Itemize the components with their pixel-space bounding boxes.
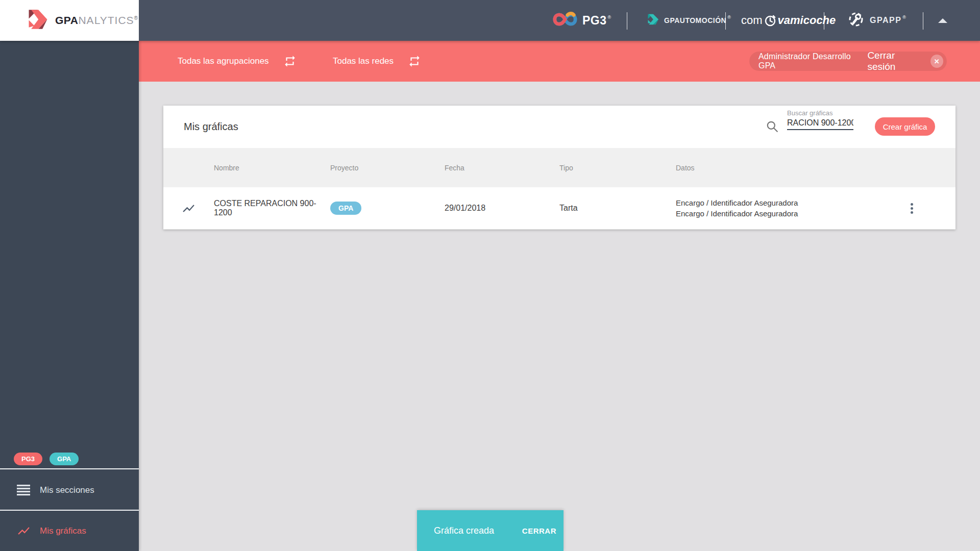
networks-selector[interactable]: Todas las redes	[333, 41, 421, 82]
table-header-fecha: Fecha	[445, 148, 559, 187]
header-divider	[725, 12, 726, 30]
groupings-selector[interactable]: Todas las agrupaciones	[178, 41, 297, 82]
collapse-header-caret-up-icon[interactable]	[938, 18, 947, 23]
sidebar-item-mis-graficas[interactable]: Mis gráficas	[0, 511, 139, 551]
page-title: Mis gráficas	[184, 106, 238, 148]
clock-icon	[763, 12, 778, 29]
table-header-proyecto: Proyecto	[330, 148, 445, 187]
gpanalytics-wordmark: GPANALYTICS®	[55, 14, 138, 27]
user-session-pill: Administrador Desarrollo GPA Cerrar sesi…	[749, 52, 947, 71]
brand-gpapp[interactable]: GPAPP®	[847, 0, 906, 41]
brand-gpautomocion[interactable]: GPAUTOMOCIÓN®	[644, 0, 731, 41]
pg3-infinity-icon	[553, 11, 577, 30]
toast-close-button[interactable]: CERRAR	[522, 527, 556, 535]
pg3-reg-mark: ®	[608, 15, 611, 20]
row-type: Tarta	[559, 187, 676, 229]
gpautomocion-reg-mark: ®	[727, 15, 731, 20]
gpanalytics-arrow-icon	[0, 6, 48, 35]
row-data-line: Encargo / Identificador Aseguradora	[676, 197, 798, 208]
row-date: 29/01/2018	[445, 187, 559, 229]
repeat-icon[interactable]	[283, 55, 297, 68]
gpautomocion-label: GPAUTOMOCIÓN	[664, 16, 726, 24]
comprovamicoche-part1: com	[741, 14, 763, 27]
brand-comprovamicoche[interactable]: com vamicoche	[741, 0, 836, 41]
wrench-icon	[847, 11, 865, 30]
toast-notification: Gráfica creada CERRAR	[417, 510, 564, 551]
gpanalytics-logo[interactable]: GPANALYTICS®	[0, 0, 139, 41]
header-divider	[627, 12, 627, 30]
search-input[interactable]	[787, 118, 853, 128]
logout-button[interactable]: Cerrar sesión	[867, 50, 924, 72]
search-field: Buscar gráficas	[787, 109, 853, 130]
sidebar-badges: PG3 GPA	[14, 453, 79, 465]
brand-pg3[interactable]: PG3®	[553, 0, 611, 41]
comprovamicoche-part2: vamicoche	[778, 14, 836, 27]
table-header-nombre: Nombre	[214, 148, 330, 187]
table-header-row: Nombre Proyecto Fecha Tipo Datos	[163, 148, 955, 187]
create-chart-button[interactable]: Crear gráfica	[875, 117, 935, 136]
header-divider	[824, 12, 824, 30]
table-header-actions	[868, 148, 955, 187]
table-header-tipo: Tipo	[559, 148, 676, 187]
row-actions-cell	[868, 187, 955, 229]
filter-bar: Todas las agrupaciones Todas las redes A…	[139, 41, 980, 82]
header-divider	[923, 12, 923, 30]
search-icon	[766, 120, 779, 135]
row-data-cell: Encargo / Identificador Aseguradora Enca…	[676, 187, 868, 229]
gpautomocion-arrow-icon	[644, 12, 659, 29]
search-underline	[787, 129, 853, 130]
sidebar: PG3 GPA Mis secciones Mis gráficas	[0, 41, 139, 551]
gpapp-reg-mark: ®	[902, 15, 906, 20]
close-session-icon[interactable]: ✕	[930, 55, 943, 68]
table-header-datos: Datos	[676, 148, 868, 187]
table-row[interactable]: COSTE REPARACION 900-1200 GPA 29/01/2018…	[163, 187, 955, 230]
line-chart-icon	[17, 524, 31, 538]
row-chart-type-icon-cell	[163, 187, 214, 229]
card-toolbar: Mis gráficas Buscar gráficas Crear gráfi…	[163, 106, 955, 148]
sidebar-item-label: Mis secciones	[40, 485, 94, 495]
pg3-label: PG3	[582, 14, 607, 28]
toast-message: Gráfica creada	[434, 525, 494, 536]
menu-icon	[17, 485, 31, 496]
row-data-line: Encargo / Identificador Aseguradora	[676, 208, 798, 219]
line-chart-icon	[182, 202, 195, 215]
charts-card: Mis gráficas Buscar gráficas Crear gráfi…	[163, 106, 955, 230]
sidebar-item-label: Mis gráficas	[40, 526, 86, 536]
user-name: Administrador Desarrollo GPA	[758, 52, 867, 70]
search-label: Buscar gráficas	[787, 109, 853, 117]
badge-gpa[interactable]: GPA	[50, 453, 79, 465]
table-header-spacer	[163, 148, 214, 187]
kebab-menu-icon[interactable]	[908, 200, 916, 217]
row-name: COSTE REPARACION 900-1200	[214, 187, 330, 229]
gpapp-label: GPAPP	[870, 16, 901, 25]
groupings-label: Todas las agrupaciones	[178, 56, 269, 66]
repeat-icon[interactable]	[408, 55, 421, 68]
sidebar-divider	[0, 468, 139, 469]
sidebar-item-mis-secciones[interactable]: Mis secciones	[0, 470, 139, 510]
top-header-bar: PG3® GPAUTOMOCIÓN® com vamicoche	[0, 0, 980, 41]
badge-pg3[interactable]: PG3	[14, 453, 42, 465]
row-project-cell: GPA	[330, 187, 445, 229]
project-badge: GPA	[330, 202, 361, 215]
networks-label: Todas las redes	[333, 56, 394, 66]
